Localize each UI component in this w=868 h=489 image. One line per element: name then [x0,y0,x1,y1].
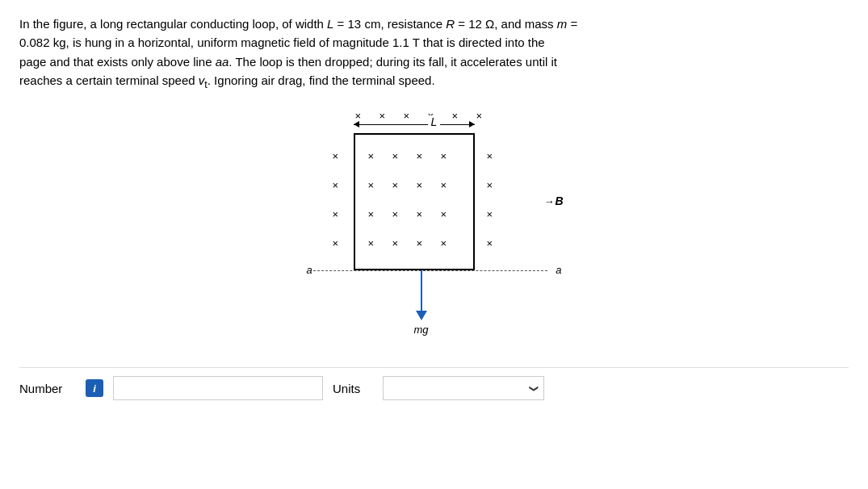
b-field-label: →B [543,194,563,207]
x-mark: × [333,151,339,161]
x-mark: × [452,111,459,121]
x-mark: × [355,111,362,121]
x-mark: × [404,111,410,121]
mg-label: mg [414,324,429,336]
problem-text: In the figure, a long rectangular conduc… [19,15,849,93]
l-dimension-line [354,124,475,125]
x-mark: × [487,180,493,190]
a-label-right: a [556,264,561,276]
x-mark: × [333,209,339,219]
l-label: L [428,115,441,128]
b-text: B [555,194,563,207]
units-label: Units [333,382,373,395]
b-arrow-icon: → [543,195,554,207]
x-mark: × [476,111,483,121]
mg-arrow-line [421,270,422,311]
x-mark: × [333,238,339,249]
number-label: Number [19,382,76,395]
x-mark: × [487,209,493,219]
figure-area: × × × × × × × × × × × × × × × × × × × × … [19,107,849,341]
problem-line3: page and that exists only above line aa.… [19,55,557,69]
mg-arrow-container: mg [414,270,429,336]
info-icon-button[interactable]: i [86,379,103,397]
rect-loop [354,133,475,270]
x-mark: × [333,180,339,190]
units-select-wrapper[interactable] [383,376,544,400]
x-mark: × [379,111,386,121]
problem-line1: In the figure, a long rectangular conduc… [19,17,577,31]
aa-dashed-line [313,270,547,271]
x-mark: × [487,238,493,249]
x-mark: × [487,151,493,161]
number-input[interactable] [113,376,323,400]
a-label-left: a [307,264,312,276]
bottom-row: Number i Units [19,367,849,400]
problem-line4: reaches a certain terminal speed vt. Ign… [19,73,435,87]
problem-line2: 0.082 kg, is hung in a horizontal, unifo… [19,36,545,49]
mg-arrowhead [416,311,427,320]
units-select[interactable] [383,376,544,400]
figure-container: × × × × × × × × × × × × × × × × × × × × … [305,107,564,341]
